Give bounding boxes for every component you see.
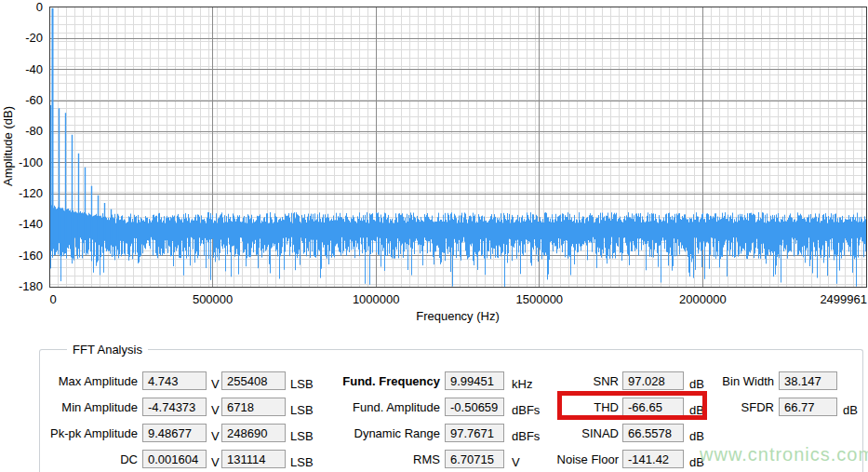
svg-text:-100: -100 bbox=[19, 155, 43, 169]
db-unit-label: dB bbox=[843, 403, 858, 417]
field-label: THD bbox=[521, 400, 619, 414]
field-label: SNR bbox=[521, 374, 619, 388]
svg-text:2000000: 2000000 bbox=[679, 292, 727, 306]
max-amplitude-row: Max Amplitude 4.743 V 255408 LSB bbox=[39, 368, 314, 394]
thd-field[interactable]: -66.65 bbox=[622, 398, 684, 416]
svg-text:-120: -120 bbox=[19, 186, 43, 200]
fund-amplitude-row: Fund. Amplitude -0.50659 dBFs bbox=[307, 394, 540, 420]
sinad-field[interactable]: 66.5578 bbox=[622, 424, 684, 442]
svg-text:1500000: 1500000 bbox=[515, 292, 563, 306]
max-amplitude-lsb-field[interactable]: 255408 bbox=[221, 371, 286, 390]
rms-field[interactable]: 6.70715 bbox=[445, 450, 504, 468]
sinad-row: SINAD 66.5578 dB bbox=[521, 420, 704, 446]
svg-text:Frequency (Hz): Frequency (Hz) bbox=[416, 309, 500, 323]
dc-volts-field[interactable]: 0.001604 bbox=[142, 450, 207, 468]
field-label: Fund. Amplitude bbox=[307, 400, 440, 414]
fund-frequency-field[interactable]: 9.99451 bbox=[445, 371, 504, 390]
field-label: Noise Floor bbox=[521, 452, 619, 466]
field-label: Min Amplitude bbox=[39, 400, 138, 414]
volts-unit-label: V bbox=[211, 403, 220, 417]
volts-unit-label: V bbox=[211, 377, 220, 391]
fft-analyzer-window: 0-20-40-60-80-100-120-140-160-1800500000… bbox=[0, 0, 868, 472]
svg-text:-180: -180 bbox=[19, 279, 43, 293]
field-label: SINAD bbox=[521, 426, 619, 440]
thd-row: THD -66.65 dB bbox=[521, 394, 704, 420]
svg-text:0: 0 bbox=[36, 0, 43, 14]
svg-text:Amplitude (dB): Amplitude (dB) bbox=[1, 106, 15, 186]
db-unit-label: dB bbox=[689, 429, 704, 443]
field-label: Bin Width bbox=[707, 374, 774, 388]
bin-width-field[interactable]: 38.147 bbox=[779, 371, 837, 390]
svg-text:500000: 500000 bbox=[193, 292, 233, 306]
bin-width-row: Bin Width 38.147 bbox=[707, 368, 858, 394]
noise-floor-row: Noise Floor -141.42 dB bbox=[521, 446, 704, 472]
pkpk-amplitude-lsb-field[interactable]: 248690 bbox=[221, 424, 286, 442]
volts-unit-label: V bbox=[211, 455, 220, 469]
dynamic-range-field[interactable]: 97.7671 bbox=[445, 424, 504, 442]
svg-text:1000000: 1000000 bbox=[353, 292, 400, 306]
field-label: Max Amplitude bbox=[39, 374, 138, 388]
field-label: DC bbox=[39, 452, 138, 466]
svg-text:-80: -80 bbox=[25, 124, 43, 138]
min-amplitude-row: Min Amplitude -4.74373 V 6718 LSB bbox=[39, 394, 314, 420]
fund-frequency-row: Fund. Frequency 9.99451 kHz bbox=[307, 368, 540, 394]
svg-text:-140: -140 bbox=[19, 217, 43, 231]
db-unit-label: dB bbox=[689, 377, 704, 391]
sfdr-row: SFDR 66.77 dB bbox=[707, 394, 858, 420]
pkpk-amplitude-volts-field[interactable]: 9.48677 bbox=[142, 424, 207, 442]
fundamental-column: Fund. Frequency 9.99451 kHz Fund. Amplit… bbox=[307, 368, 540, 472]
field-label: Dynamic Range bbox=[307, 426, 440, 440]
pkpk-amplitude-row: Pk-pk Amplitude 9.48677 V 248690 LSB bbox=[39, 420, 314, 446]
sfdr-field[interactable]: 66.77 bbox=[779, 398, 837, 416]
amplitude-column: Max Amplitude 4.743 V 255408 LSB Min Amp… bbox=[39, 368, 314, 472]
rms-row: RMS 6.70715 V bbox=[307, 446, 540, 472]
dynamic-range-row: Dynamic Range 97.7671 dBFs bbox=[307, 420, 540, 446]
spectrum-plot: 0-20-40-60-80-100-120-140-160-1800500000… bbox=[0, 0, 868, 335]
min-amplitude-volts-field[interactable]: -4.74373 bbox=[142, 398, 207, 416]
min-amplitude-lsb-field[interactable]: 6718 bbox=[221, 398, 286, 416]
svg-text:2499961: 2499961 bbox=[820, 292, 867, 306]
volts-unit-label: V bbox=[512, 455, 520, 469]
axis-labels: 0-20-40-60-80-100-120-140-160-1800500000… bbox=[1, 0, 867, 323]
binwidth-column: Bin Width 38.147 SFDR 66.77 dB bbox=[707, 368, 858, 420]
field-label: SFDR bbox=[707, 400, 774, 414]
svg-text:-160: -160 bbox=[19, 249, 43, 263]
snr-field[interactable]: 97.028 bbox=[622, 371, 684, 390]
snr-row: SNR 97.028 dB bbox=[521, 368, 704, 394]
db-unit-label: dB bbox=[689, 403, 704, 417]
noise-floor-field[interactable]: -141.42 bbox=[622, 450, 684, 468]
svg-text:-60: -60 bbox=[25, 93, 43, 107]
max-amplitude-volts-field[interactable]: 4.743 bbox=[142, 371, 207, 390]
field-label: Fund. Frequency bbox=[307, 374, 440, 388]
field-label: RMS bbox=[307, 452, 440, 466]
fund-amplitude-field[interactable]: -0.50659 bbox=[445, 398, 504, 416]
volts-unit-label: V bbox=[211, 429, 220, 443]
svg-text:-20: -20 bbox=[25, 31, 43, 45]
svg-text:0: 0 bbox=[49, 292, 56, 306]
dc-row: DC 0.001604 V 131114 LSB bbox=[39, 446, 314, 472]
groupbox-title: FFT Analysis bbox=[67, 343, 148, 357]
snr-column: SNR 97.028 dB THD -66.65 dB SINAD 66.557… bbox=[521, 368, 704, 472]
field-label: Pk-pk Amplitude bbox=[39, 426, 138, 440]
dc-lsb-field[interactable]: 131114 bbox=[221, 450, 286, 468]
svg-text:-40: -40 bbox=[25, 62, 43, 76]
watermark-text: www.cntronics.com bbox=[700, 444, 868, 465]
